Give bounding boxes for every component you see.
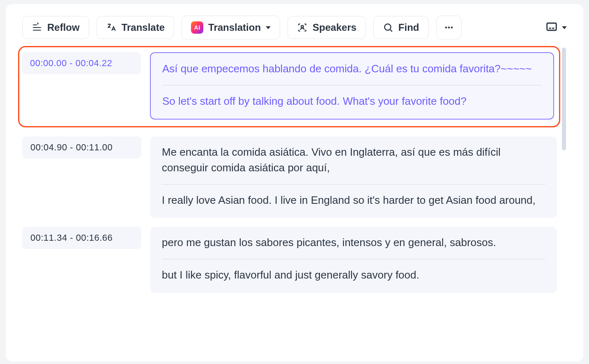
timestamp[interactable]: 00:11.34 - 00:16.66 — [22, 227, 141, 249]
source-text: Me encanta la comida asiática. Vivo en I… — [162, 145, 545, 175]
svg-point-2 — [445, 27, 447, 29]
chevron-down-icon — [562, 26, 567, 29]
search-icon — [383, 22, 393, 33]
translation-label: Translation — [208, 22, 261, 33]
translate-icon — [106, 22, 117, 33]
svg-point-0 — [301, 25, 304, 28]
chevron-down-icon — [266, 26, 271, 29]
timestamp[interactable]: 00:00.00 - 00:04.22 — [22, 52, 141, 74]
svg-rect-5 — [547, 23, 557, 30]
target-text: So let's start off by talking about food… — [162, 94, 542, 109]
segment-row-active[interactable]: 00:00.00 - 00:04.22 Así que empecemos ha… — [18, 46, 560, 127]
svg-point-1 — [384, 24, 391, 30]
translate-label: Translate — [122, 22, 165, 33]
timestamp[interactable]: 00:04.90 - 00:11.00 — [22, 136, 141, 159]
source-text: Así que empecemos hablando de comida. ¿C… — [162, 61, 542, 77]
speakers-button[interactable]: Speakers — [288, 16, 366, 39]
segment-list: 00:00.00 - 00:04.22 Así que empecemos ha… — [22, 46, 567, 293]
more-button[interactable] — [436, 16, 462, 39]
scrollbar[interactable] — [562, 48, 566, 150]
text-divider — [162, 259, 545, 259]
ai-icon: AI — [191, 21, 203, 34]
text-divider — [162, 184, 545, 184]
reflow-label: Reflow — [47, 22, 80, 33]
text-block[interactable]: Me encanta la comida asiática. Vivo en I… — [150, 136, 557, 218]
text-block[interactable]: pero me gustan los sabores picantes, int… — [150, 227, 557, 293]
target-text: but I like spicy, flavorful and just gen… — [162, 267, 545, 283]
speakers-icon — [297, 22, 308, 33]
speakers-label: Speakers — [313, 22, 357, 33]
text-block[interactable]: Así que empecemos hablando de comida. ¿C… — [150, 52, 554, 120]
target-text: I really love Asian food. I live in Engl… — [162, 193, 545, 208]
editor-panel: Reflow Translate AI Translation Speakers… — [6, 4, 583, 362]
subtitle-view-icon — [545, 21, 558, 35]
reflow-icon — [32, 22, 42, 33]
find-label: Find — [398, 22, 419, 33]
toolbar: Reflow Translate AI Translation Speakers… — [22, 16, 567, 39]
translate-button[interactable]: Translate — [97, 16, 174, 39]
view-toggle[interactable] — [545, 21, 567, 35]
svg-point-4 — [451, 27, 453, 29]
more-icon — [443, 22, 455, 33]
translation-dropdown[interactable]: AI Translation — [182, 16, 280, 39]
segment-row[interactable]: 00:11.34 - 00:16.66 pero me gustan los s… — [22, 227, 557, 293]
svg-point-3 — [448, 27, 450, 29]
text-divider — [162, 85, 542, 85]
find-button[interactable]: Find — [373, 16, 429, 39]
reflow-button[interactable]: Reflow — [22, 16, 89, 39]
segment-row[interactable]: 00:04.90 - 00:11.00 Me encanta la comida… — [22, 136, 557, 218]
source-text: pero me gustan los sabores picantes, int… — [162, 235, 545, 251]
